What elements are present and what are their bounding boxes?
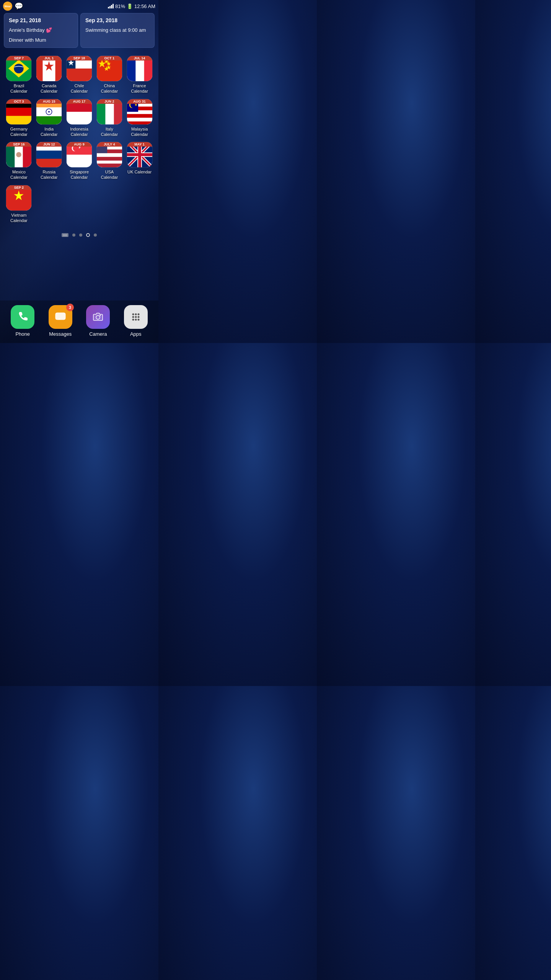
app-italy-calendar[interactable]: JUN 2 ItalyCalendar — [94, 97, 124, 139]
page-ind-1 — [72, 234, 75, 237]
page-indicators — [4, 229, 155, 241]
app-date-usa: JULY 4 — [97, 142, 122, 147]
page-ind-2 — [79, 234, 82, 237]
svg-point-78 — [132, 314, 134, 315]
svg-point-27 — [48, 111, 50, 113]
app-date-indonesia: AUG 17 — [67, 99, 92, 104]
dock-phone[interactable]: Phone — [11, 305, 34, 337]
app-canada-calendar[interactable]: JUL 1 CanadaCalendar — [34, 54, 64, 96]
app-china-calendar[interactable]: OCT 1 ChinaCalendar — [94, 54, 124, 96]
app-label-singapore: SingaporeCalendar — [70, 169, 89, 180]
app-label-chile: ChileCalendar — [71, 83, 88, 94]
app-label-brazil: BrazilCalendar — [10, 83, 28, 94]
phone-app-icon — [11, 305, 34, 329]
svg-point-83 — [137, 316, 139, 318]
app-date-chile: SEP 18 — [67, 56, 92, 60]
app-uk-calendar[interactable]: MAY 1 UK Calendar — [124, 140, 155, 182]
signal-icon — [108, 4, 114, 8]
app-date-india: AUG 15 — [36, 99, 62, 104]
app-germany-calendar[interactable]: OCT 3 GermanyCalendar — [4, 97, 34, 139]
app-label-india: IndiaCalendar — [41, 126, 58, 137]
app-label-mexico: MexicoCalendar — [10, 169, 28, 180]
app-russia-calendar[interactable]: JUN 12 RussiaCalendar — [34, 140, 64, 182]
app-indonesia-calendar[interactable]: AUG 17 IndonesiaCalendar — [64, 97, 95, 139]
camera-app-icon — [86, 305, 110, 329]
dock-messages[interactable]: 3 Messages — [49, 305, 72, 337]
cal-event-2a: Swimming class at 9:00 am — [85, 26, 150, 34]
app-date-italy: JUN 2 — [97, 99, 122, 104]
app-chile-calendar[interactable]: SEP 18 ChileCalendar — [64, 54, 95, 96]
calendar-card-1[interactable]: Sep 21, 2018 Annie's Birthday 💕 Dinner w… — [4, 13, 78, 48]
app-label-usa: USACalendar — [101, 169, 118, 180]
camera-svg-icon — [91, 310, 104, 323]
status-bar: Wear 💬 81% 🔋 12:56 AM — [0, 0, 158, 11]
app-label-italy: ItalyCalendar — [101, 126, 118, 137]
main-content: Sep 21, 2018 Annie's Birthday 💕 Dinner w… — [0, 11, 158, 241]
app-label-uk: UK Calendar — [127, 169, 152, 175]
app-mexico-calendar[interactable]: SEP 16 MexicoCalendar — [4, 140, 34, 182]
app-date-singapore: AUG 9 — [67, 142, 92, 147]
dock-apps[interactable]: Apps — [124, 305, 148, 337]
wear-app-icon: Wear — [3, 2, 12, 11]
app-france-calendar[interactable]: JUL 14 FranceCalendar — [124, 54, 155, 96]
app-brazil-calendar[interactable]: SEP 7 BrazilCalendar — [4, 54, 34, 96]
page-ind-menu — [62, 233, 68, 237]
svg-point-82 — [135, 316, 137, 318]
app-label-france: FranceCalendar — [131, 83, 148, 94]
app-label-china: ChinaCalendar — [101, 83, 118, 94]
svg-point-45 — [16, 152, 22, 157]
app-date-mexico: SEP 16 — [6, 142, 31, 147]
svg-point-79 — [135, 314, 137, 315]
chat-icon: 💬 — [15, 2, 23, 10]
app-grid: SEP 7 BrazilCalendar JUL 1 — [4, 54, 155, 225]
app-india-calendar[interactable]: AUG 15 IndiaCalendar — [34, 97, 64, 139]
svg-rect-60 — [97, 163, 122, 167]
phone-label: Phone — [15, 331, 30, 337]
svg-point-2 — [14, 64, 24, 73]
svg-rect-37 — [127, 121, 152, 124]
app-date-china: OCT 1 — [97, 56, 122, 60]
app-date-vietnam: SEP 2 — [6, 185, 31, 190]
camera-label: Camera — [89, 331, 107, 337]
app-date-germany: OCT 3 — [6, 99, 31, 104]
svg-point-84 — [132, 319, 134, 321]
battery-icon: 🔋 — [127, 3, 133, 9]
svg-point-77 — [100, 315, 101, 316]
app-singapore-calendar[interactable]: AUG 9 SingaporeCalendar — [64, 140, 95, 182]
phone-svg-icon — [16, 310, 29, 323]
page-ind-3-active — [86, 233, 90, 237]
app-date-uk: MAY 1 — [127, 142, 152, 147]
messages-badge: 3 — [66, 304, 74, 311]
calendar-cards-row: Sep 21, 2018 Annie's Birthday 💕 Dinner w… — [4, 13, 155, 48]
dock-camera[interactable]: Camera — [86, 305, 110, 337]
cal-event-1a: Annie's Birthday 💕 — [9, 26, 73, 34]
app-malaysia-calendar[interactable]: AUG 31 MalaysiaCalendar — [124, 97, 155, 139]
svg-rect-25 — [36, 116, 62, 124]
app-vietnam-calendar[interactable]: SEP 2 VietnamCalendar — [4, 183, 34, 225]
messages-label: Messages — [49, 331, 72, 337]
app-usa-calendar[interactable]: JULY 4 USACalendar — [94, 140, 124, 182]
page-ind-4 — [94, 234, 97, 237]
svg-rect-73 — [55, 313, 65, 320]
messages-app-icon: 3 — [49, 305, 72, 329]
app-label-indonesia: IndonesiaCalendar — [70, 126, 88, 137]
cal-date-2: Sep 23, 2018 — [85, 17, 150, 23]
calendar-card-2[interactable]: Sep 23, 2018 Swimming class at 9:00 am — [80, 13, 155, 48]
clock: 12:56 AM — [134, 3, 155, 9]
app-label-canada: CanadaCalendar — [41, 83, 58, 94]
status-right: 81% 🔋 12:56 AM — [108, 3, 155, 9]
battery-percentage: 81% — [115, 3, 125, 9]
svg-point-86 — [137, 319, 139, 321]
apps-app-icon — [124, 305, 148, 329]
app-date-malaysia: AUG 31 — [127, 99, 152, 104]
status-left: Wear 💬 — [3, 2, 23, 11]
apps-svg-icon — [129, 310, 142, 323]
app-label-vietnam: VietnamCalendar — [10, 212, 28, 224]
apps-label: Apps — [130, 331, 142, 337]
cal-event-1b: Dinner with Mum — [9, 36, 73, 44]
svg-rect-59 — [97, 157, 122, 161]
app-date-brazil: SEP 7 — [6, 56, 31, 60]
app-date-russia: JUN 12 — [36, 142, 62, 147]
svg-point-85 — [135, 319, 137, 321]
dock: Phone 3 Messages Camera — [0, 301, 158, 343]
